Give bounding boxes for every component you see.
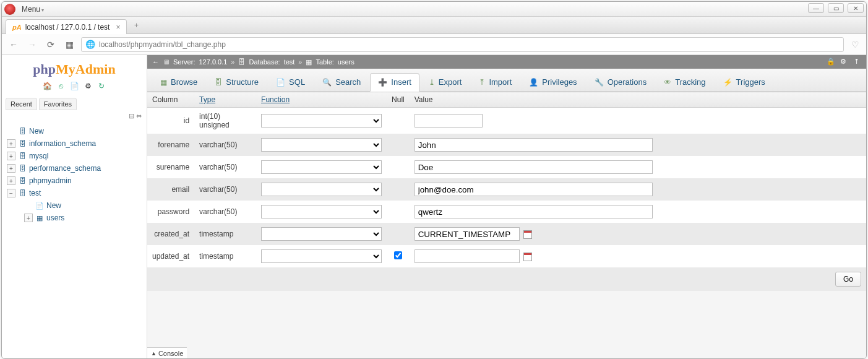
column-type: varchar(50)	[194, 178, 256, 201]
value-input[interactable]	[415, 160, 653, 174]
browser-tab-active[interactable]: pA localhost / 127.0.0.1 / test ×	[6, 19, 127, 34]
link-icon[interactable]: ⇔	[136, 112, 142, 119]
collapse-all-icon[interactable]: ⊟	[129, 112, 134, 119]
database-icon: 🗄	[18, 177, 27, 184]
value-input[interactable]	[415, 114, 483, 128]
value-input[interactable]	[415, 183, 653, 196]
nav-reload-button[interactable]: ⟳	[44, 38, 58, 51]
site-info-icon[interactable]: 🌐	[85, 40, 95, 49]
page-settings-icon[interactable]: ⚙	[840, 58, 849, 66]
nav-back-button[interactable]: ←	[7, 38, 20, 51]
tree-table-users[interactable]: + ▦ users	[24, 212, 144, 224]
lock-icon[interactable]: 🔒	[827, 58, 835, 66]
url-input[interactable]	[99, 40, 840, 49]
header-function[interactable]: Function	[256, 92, 387, 108]
breadcrumb-collapse-icon[interactable]: ←	[152, 58, 159, 66]
go-button[interactable]: Go	[835, 272, 861, 287]
tree-db-performance_schema[interactable]: + 🗄 performance_schema	[7, 162, 144, 175]
tab-insert[interactable]: ➕Insert	[370, 73, 419, 92]
expand-icon[interactable]: +	[7, 176, 15, 185]
console-bar[interactable]: ▲ Console	[147, 347, 187, 358]
header-null: Null	[387, 92, 410, 108]
pma-main: ← 🖥 Server: 127.0.0.1 » 🗄 Database: test…	[147, 55, 866, 358]
operations-icon: 🔧	[595, 78, 604, 87]
value-input[interactable]	[415, 249, 520, 263]
expand-icon[interactable]: +	[7, 152, 15, 160]
new-tab-button[interactable]: +	[131, 20, 142, 31]
tree-db-information_schema[interactable]: + 🗄 information_schema	[7, 137, 144, 150]
function-select[interactable]	[261, 183, 382, 196]
window-close-button[interactable]: ✕	[848, 3, 864, 13]
database-icon: 🗄	[238, 58, 245, 66]
expand-icon[interactable]: +	[7, 164, 15, 173]
function-select[interactable]	[261, 249, 382, 263]
sidebar-tab-recent[interactable]: Recent	[6, 98, 37, 110]
tab-import[interactable]: ⤒Import	[471, 73, 520, 91]
value-input[interactable]	[415, 227, 520, 241]
sidebar-tab-favorites[interactable]: Favorites	[39, 98, 77, 110]
value-input[interactable]	[415, 205, 653, 218]
database-icon: 🗄	[18, 189, 27, 197]
tab-privileges[interactable]: 👤Privileges	[521, 73, 585, 91]
tab-tracking[interactable]: 👁Tracking	[656, 73, 713, 91]
tab-triggers[interactable]: ⚡Triggers	[715, 73, 773, 91]
tab-sql[interactable]: 📄SQL	[268, 73, 313, 91]
page-top-icon[interactable]: ⤒	[854, 58, 862, 66]
crumb-db[interactable]: test	[284, 58, 295, 66]
function-select[interactable]	[261, 227, 382, 241]
column-name: forename	[147, 134, 194, 156]
tree-db-mysql[interactable]: + 🗄 mysql	[7, 150, 144, 162]
calendar-icon[interactable]	[523, 253, 532, 261]
expand-icon[interactable]: +	[7, 139, 15, 148]
reload-tree-icon[interactable]: ↻	[97, 81, 106, 91]
console-expand-icon[interactable]: ▲	[151, 350, 157, 357]
calendar-icon[interactable]	[523, 230, 532, 239]
tab-close-icon[interactable]: ×	[116, 23, 120, 32]
function-select[interactable]	[261, 114, 382, 128]
insert-row-surename: surenamevarchar(50)	[147, 156, 866, 178]
tab-export[interactable]: ⤓Export	[421, 73, 470, 91]
crumb-server-label: Server:	[173, 58, 195, 66]
tree-new-table[interactable]: 📄 New	[24, 199, 144, 212]
collapse-icon[interactable]: −	[7, 189, 15, 197]
window-minimize-button[interactable]: —	[808, 3, 824, 13]
home-icon[interactable]: 🏠	[42, 81, 52, 91]
function-select[interactable]	[261, 205, 382, 218]
settings-icon[interactable]: ⚙	[83, 81, 93, 91]
tab-search[interactable]: 🔍Search	[314, 73, 369, 91]
pma-navtabs: ▦Browse 🗄Structure 📄SQL 🔍Search ➕Insert …	[147, 69, 866, 92]
tab-browse[interactable]: ▦Browse	[152, 73, 205, 91]
search-icon: 🔍	[322, 78, 332, 87]
logout-icon[interactable]: ⎋	[56, 81, 66, 91]
crumb-table[interactable]: users	[338, 58, 355, 66]
crumb-table-label: Table:	[316, 58, 333, 66]
speed-dial-button[interactable]: ▦	[62, 38, 76, 51]
export-icon: ⤓	[429, 78, 435, 87]
crumb-server[interactable]: 127.0.0.1	[199, 58, 227, 66]
function-select[interactable]	[261, 160, 382, 174]
tab-operations[interactable]: 🔧Operations	[587, 73, 655, 91]
null-checkbox[interactable]	[394, 251, 402, 259]
bookmark-button[interactable]: ♡	[849, 40, 861, 50]
tree-db-phpmyadmin[interactable]: + 🗄 phpmyadmin	[7, 175, 144, 187]
docs-icon[interactable]: 📄	[69, 81, 79, 91]
window-maximize-button[interactable]: ▭	[828, 3, 844, 13]
column-name: id	[147, 108, 194, 134]
pma-sidebar: phpMyAdmin 🏠 ⎋ 📄 ⚙ ↻ Recent Favorites ⊟ …	[2, 55, 147, 358]
function-select[interactable]	[261, 138, 382, 152]
tree-db-test[interactable]: − 🗄 test	[7, 187, 144, 199]
address-bar[interactable]: 🌐	[81, 37, 844, 52]
tracking-icon: 👁	[664, 78, 671, 87]
expand-icon[interactable]: +	[24, 214, 33, 222]
value-input[interactable]	[415, 138, 653, 152]
tree-new-db[interactable]: 🗄 New	[7, 125, 144, 137]
tab-structure[interactable]: 🗄Structure	[207, 73, 267, 91]
browser-tabstrip: pA localhost / 127.0.0.1 / test × +	[2, 17, 866, 34]
pma-logo: phpMyAdmin	[2, 55, 147, 79]
opera-logo-icon	[4, 4, 15, 15]
column-name: created_at	[147, 223, 194, 245]
browser-menu-button[interactable]: Menu	[18, 5, 48, 14]
header-type[interactable]: Type	[194, 92, 256, 108]
nav-forward-button[interactable]: →	[25, 38, 39, 51]
column-name: updated_at	[147, 245, 194, 267]
